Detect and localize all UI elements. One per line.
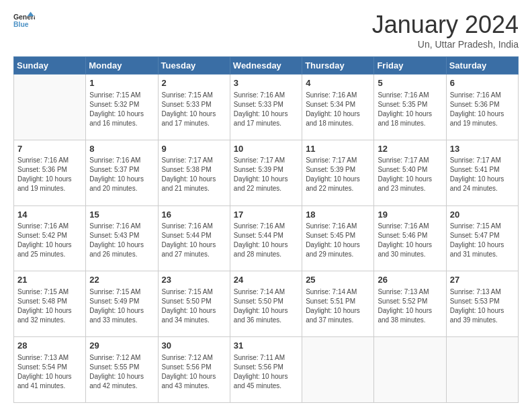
- table-row: [14, 75, 86, 140]
- day-info: Sunrise: 7:15 AM Sunset: 5:49 PM Dayligh…: [89, 287, 154, 325]
- table-row: [446, 337, 518, 403]
- calendar-week-2: 14Sunrise: 7:16 AM Sunset: 5:42 PM Dayli…: [14, 205, 519, 271]
- title-block: January 2024 Un, Uttar Pradesh, India: [372, 11, 519, 50]
- table-row: 14Sunrise: 7:16 AM Sunset: 5:42 PM Dayli…: [14, 205, 86, 271]
- day-info: Sunrise: 7:11 AM Sunset: 5:56 PM Dayligh…: [234, 353, 298, 391]
- day-number: 16: [162, 209, 226, 221]
- day-info: Sunrise: 7:12 AM Sunset: 5:55 PM Dayligh…: [89, 353, 154, 391]
- day-number: 7: [17, 143, 82, 155]
- table-row: 30Sunrise: 7:12 AM Sunset: 5:56 PM Dayli…: [158, 337, 230, 403]
- col-sunday: Sunday: [14, 57, 86, 75]
- day-info: Sunrise: 7:16 AM Sunset: 5:36 PM Dayligh…: [450, 91, 515, 128]
- table-row: 24Sunrise: 7:14 AM Sunset: 5:50 PM Dayli…: [230, 271, 302, 337]
- day-info: Sunrise: 7:15 AM Sunset: 5:47 PM Dayligh…: [450, 222, 515, 259]
- day-info: Sunrise: 7:16 AM Sunset: 5:34 PM Dayligh…: [306, 91, 370, 128]
- day-number: 13: [450, 143, 515, 155]
- day-info: Sunrise: 7:17 AM Sunset: 5:39 PM Dayligh…: [306, 156, 370, 193]
- day-number: 31: [234, 340, 298, 352]
- table-row: 15Sunrise: 7:16 AM Sunset: 5:43 PM Dayli…: [86, 205, 158, 271]
- day-number: 6: [450, 77, 515, 89]
- day-info: Sunrise: 7:16 AM Sunset: 5:36 PM Dayligh…: [17, 156, 82, 193]
- day-info: Sunrise: 7:15 AM Sunset: 5:48 PM Dayligh…: [17, 287, 82, 325]
- calendar-week-1: 7Sunrise: 7:16 AM Sunset: 5:36 PM Daylig…: [14, 140, 519, 205]
- col-monday: Monday: [86, 57, 158, 75]
- day-number: 25: [306, 274, 370, 286]
- day-number: 2: [162, 77, 226, 89]
- col-tuesday: Tuesday: [158, 57, 230, 75]
- logo-icon: General Blue: [13, 11, 35, 30]
- calendar-week-0: 1Sunrise: 7:15 AM Sunset: 5:32 PM Daylig…: [14, 75, 519, 140]
- day-info: Sunrise: 7:17 AM Sunset: 5:41 PM Dayligh…: [450, 156, 515, 193]
- table-row: 29Sunrise: 7:12 AM Sunset: 5:55 PM Dayli…: [86, 337, 158, 403]
- day-info: Sunrise: 7:16 AM Sunset: 5:44 PM Dayligh…: [234, 222, 298, 259]
- table-row: 25Sunrise: 7:14 AM Sunset: 5:51 PM Dayli…: [302, 271, 374, 337]
- calendar-week-3: 21Sunrise: 7:15 AM Sunset: 5:48 PM Dayli…: [14, 271, 519, 337]
- day-info: Sunrise: 7:16 AM Sunset: 5:33 PM Dayligh…: [234, 91, 298, 128]
- table-row: 6Sunrise: 7:16 AM Sunset: 5:36 PM Daylig…: [446, 75, 518, 140]
- page: General Blue January 2024 Un, Uttar Prad…: [0, 0, 532, 411]
- day-number: 23: [162, 274, 226, 286]
- day-number: 20: [450, 209, 515, 221]
- day-number: 26: [378, 274, 442, 286]
- day-info: Sunrise: 7:17 AM Sunset: 5:39 PM Dayligh…: [234, 156, 298, 193]
- table-row: 18Sunrise: 7:16 AM Sunset: 5:45 PM Dayli…: [302, 205, 374, 271]
- table-row: 9Sunrise: 7:17 AM Sunset: 5:38 PM Daylig…: [158, 140, 230, 205]
- table-row: [302, 337, 374, 403]
- table-row: 5Sunrise: 7:16 AM Sunset: 5:35 PM Daylig…: [374, 75, 446, 140]
- day-info: Sunrise: 7:12 AM Sunset: 5:56 PM Dayligh…: [162, 353, 226, 391]
- table-row: 22Sunrise: 7:15 AM Sunset: 5:49 PM Dayli…: [86, 271, 158, 337]
- table-row: 1Sunrise: 7:15 AM Sunset: 5:32 PM Daylig…: [86, 75, 158, 140]
- day-number: 21: [17, 274, 82, 286]
- calendar-week-4: 28Sunrise: 7:13 AM Sunset: 5:54 PM Dayli…: [14, 337, 519, 403]
- day-info: Sunrise: 7:15 AM Sunset: 5:33 PM Dayligh…: [162, 91, 226, 128]
- day-number: 18: [306, 209, 370, 221]
- table-row: 4Sunrise: 7:16 AM Sunset: 5:34 PM Daylig…: [302, 75, 374, 140]
- table-row: 3Sunrise: 7:16 AM Sunset: 5:33 PM Daylig…: [230, 75, 302, 140]
- table-row: 11Sunrise: 7:17 AM Sunset: 5:39 PM Dayli…: [302, 140, 374, 205]
- day-info: Sunrise: 7:13 AM Sunset: 5:53 PM Dayligh…: [450, 287, 515, 325]
- day-info: Sunrise: 7:15 AM Sunset: 5:32 PM Dayligh…: [89, 91, 154, 128]
- day-number: 14: [17, 209, 82, 221]
- table-row: 17Sunrise: 7:16 AM Sunset: 5:44 PM Dayli…: [230, 205, 302, 271]
- calendar-header-row: Sunday Monday Tuesday Wednesday Thursday…: [14, 57, 519, 75]
- table-row: 28Sunrise: 7:13 AM Sunset: 5:54 PM Dayli…: [14, 337, 86, 403]
- day-number: 11: [306, 143, 370, 155]
- table-row: 19Sunrise: 7:16 AM Sunset: 5:46 PM Dayli…: [374, 205, 446, 271]
- day-number: 24: [234, 274, 298, 286]
- table-row: 27Sunrise: 7:13 AM Sunset: 5:53 PM Dayli…: [446, 271, 518, 337]
- day-number: 3: [234, 77, 298, 89]
- day-number: 12: [378, 143, 442, 155]
- day-info: Sunrise: 7:15 AM Sunset: 5:50 PM Dayligh…: [162, 287, 226, 325]
- day-number: 5: [378, 77, 442, 89]
- table-row: 31Sunrise: 7:11 AM Sunset: 5:56 PM Dayli…: [230, 337, 302, 403]
- day-info: Sunrise: 7:17 AM Sunset: 5:40 PM Dayligh…: [378, 156, 442, 193]
- day-info: Sunrise: 7:16 AM Sunset: 5:45 PM Dayligh…: [306, 222, 370, 259]
- day-number: 15: [89, 209, 154, 221]
- day-number: 28: [17, 340, 82, 352]
- header: General Blue January 2024 Un, Uttar Prad…: [13, 11, 519, 50]
- day-number: 29: [89, 340, 154, 352]
- day-info: Sunrise: 7:14 AM Sunset: 5:51 PM Dayligh…: [306, 287, 370, 325]
- col-saturday: Saturday: [446, 57, 518, 75]
- day-info: Sunrise: 7:13 AM Sunset: 5:52 PM Dayligh…: [378, 287, 442, 325]
- table-row: 7Sunrise: 7:16 AM Sunset: 5:36 PM Daylig…: [14, 140, 86, 205]
- day-number: 9: [162, 143, 226, 155]
- table-row: 13Sunrise: 7:17 AM Sunset: 5:41 PM Dayli…: [446, 140, 518, 205]
- day-info: Sunrise: 7:13 AM Sunset: 5:54 PM Dayligh…: [17, 353, 82, 391]
- day-number: 19: [378, 209, 442, 221]
- table-row: 16Sunrise: 7:16 AM Sunset: 5:44 PM Dayli…: [158, 205, 230, 271]
- day-info: Sunrise: 7:16 AM Sunset: 5:43 PM Dayligh…: [89, 222, 154, 259]
- day-number: 22: [89, 274, 154, 286]
- day-number: 4: [306, 77, 370, 89]
- table-row: 2Sunrise: 7:15 AM Sunset: 5:33 PM Daylig…: [158, 75, 230, 140]
- table-row: 26Sunrise: 7:13 AM Sunset: 5:52 PM Dayli…: [374, 271, 446, 337]
- day-info: Sunrise: 7:16 AM Sunset: 5:37 PM Dayligh…: [89, 156, 154, 193]
- table-row: 12Sunrise: 7:17 AM Sunset: 5:40 PM Dayli…: [374, 140, 446, 205]
- day-info: Sunrise: 7:16 AM Sunset: 5:44 PM Dayligh…: [162, 222, 226, 259]
- logo: General Blue: [13, 11, 35, 30]
- col-thursday: Thursday: [302, 57, 374, 75]
- calendar-title: January 2024: [372, 11, 519, 39]
- svg-text:Blue: Blue: [13, 21, 29, 28]
- day-info: Sunrise: 7:16 AM Sunset: 5:35 PM Dayligh…: [378, 91, 442, 128]
- table-row: 20Sunrise: 7:15 AM Sunset: 5:47 PM Dayli…: [446, 205, 518, 271]
